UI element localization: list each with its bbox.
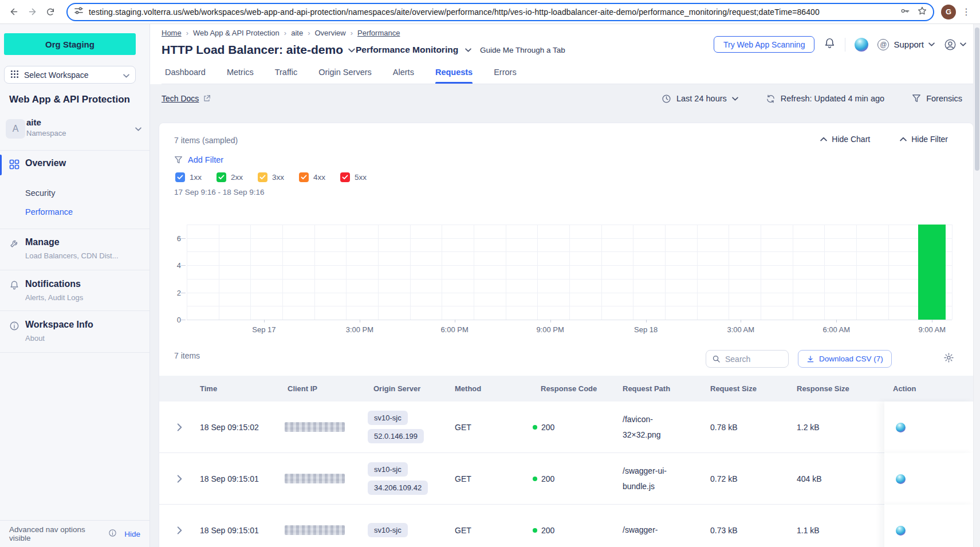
cell-action[interactable] [884, 505, 974, 547]
cell-action[interactable] [884, 402, 974, 453]
refresh-button[interactable]: Refresh: Updated 4 min ago [766, 94, 884, 104]
column-header-client-ip[interactable]: Client IP [285, 384, 371, 393]
view-selector[interactable]: Performance Monitoring [356, 45, 471, 55]
row-expand-chevron-icon[interactable] [159, 505, 200, 547]
hide-chart-button[interactable]: Hide Chart [820, 135, 870, 144]
browser-profile-avatar[interactable]: G [941, 5, 956, 19]
notifications-bell-icon[interactable] [824, 37, 836, 52]
sidebar-item-overview-label[interactable]: Overview [25, 158, 66, 168]
action-sphere-icon[interactable] [896, 474, 906, 484]
breadcrumb-item[interactable]: Performance [357, 29, 400, 37]
tab-requests[interactable]: Requests [435, 68, 473, 84]
column-header-request-path[interactable]: Request Path [623, 384, 710, 393]
column-header-response-code[interactable]: Response Code [533, 384, 623, 393]
view-selector-label: Performance Monitoring [356, 45, 458, 55]
info-icon [108, 529, 117, 539]
row-expand-chevron-icon[interactable] [159, 402, 200, 453]
chevron-down-icon[interactable] [348, 45, 355, 55]
external-link-icon [203, 95, 211, 103]
table-row[interactable]: 18 Sep 09:15:01sv10-sjc34.206.109.42GET2… [159, 453, 973, 505]
checkbox-1xx[interactable] [175, 172, 185, 182]
add-filter-button[interactable]: Add Filter [174, 155, 223, 164]
cell-action[interactable] [884, 453, 974, 505]
url-text[interactable]: testing.staging.volterra.us/web/workspac… [89, 7, 893, 17]
table-row[interactable]: 18 Sep 09:15:01sv10-sjcGET200/swagger-0.… [159, 505, 973, 547]
url-bar[interactable]: testing.staging.volterra.us/web/workspac… [66, 3, 934, 21]
cell-origin-server: sv10-sjc34.206.109.42 [371, 453, 455, 505]
action-sphere-icon[interactable] [896, 526, 906, 536]
forward-icon[interactable] [24, 4, 40, 20]
tab-errors[interactable]: Errors [494, 68, 516, 84]
account-menu[interactable] [944, 38, 966, 51]
sidebar-item-security[interactable]: Security [25, 188, 55, 198]
status-filter-3xx[interactable]: 3xx [258, 172, 284, 182]
y-axis-tick: 6 [164, 234, 181, 243]
table-header: TimeClient IPOrigin ServerMethodResponse… [159, 376, 973, 402]
column-header-time[interactable]: Time [200, 384, 285, 393]
breadcrumb-item[interactable]: aite [291, 29, 303, 37]
action-sphere-icon[interactable] [896, 423, 906, 432]
tab-metrics[interactable]: Metrics [227, 68, 254, 84]
breadcrumb-item[interactable]: Overview [314, 29, 345, 37]
table-row[interactable]: 18 Sep 09:15:02sv10-sjc52.0.146.199GET20… [159, 402, 973, 453]
time-range-selector[interactable]: Last 24 hours [662, 94, 738, 104]
tab-traffic[interactable]: Traffic [275, 68, 297, 84]
column-header-origin-server[interactable]: Origin Server [371, 384, 455, 393]
guide-me-link[interactable]: Guide Me Through a Tab [480, 46, 565, 54]
status-dot [533, 425, 537, 430]
cell-request-size: 0.78 kB [710, 402, 797, 453]
chart-bar-2xx[interactable] [918, 225, 946, 320]
browser-menu-icon[interactable]: ⋮ [958, 6, 974, 17]
breadcrumb-item[interactable]: Web App & API Protection [193, 29, 280, 37]
status-filter-4xx[interactable]: 4xx [299, 172, 325, 182]
table-settings-gear-icon[interactable] [943, 352, 954, 365]
hide-advanced-nav-link[interactable]: Hide [124, 530, 140, 538]
column-header-request-size[interactable]: Request Size [710, 384, 797, 393]
namespace-selector[interactable]: A aite Namespace [0, 117, 149, 149]
sidebar-item-notifications-label[interactable]: Notifications [25, 279, 81, 289]
breadcrumb-item[interactable]: Home [162, 29, 182, 37]
sidebar-item-workspace-info-label[interactable]: Workspace Info [25, 320, 93, 330]
page-scrollbar[interactable] [973, 24, 980, 547]
tab-origin-servers[interactable]: Origin Servers [318, 68, 372, 84]
tab-alerts[interactable]: Alerts [393, 68, 414, 84]
cell-request-path: /favicon-32×32.png [623, 402, 710, 453]
password-key-icon[interactable] [900, 6, 910, 18]
checkbox-4xx[interactable] [299, 172, 309, 182]
status-filter-2xx[interactable]: 2xx [217, 172, 243, 182]
row-expand-chevron-icon[interactable] [159, 453, 200, 505]
hide-filter-button[interactable]: Hide Filter [900, 135, 948, 144]
workspace-selector-label: Select Workspace [24, 70, 89, 80]
forensics-button[interactable]: Forensics [912, 94, 962, 103]
cell-method: GET [455, 402, 533, 453]
search-input[interactable] [725, 355, 782, 364]
table-search[interactable] [706, 350, 789, 368]
column-header-action[interactable]: Action [884, 384, 974, 393]
status-filter-5xx[interactable]: 5xx [340, 172, 367, 182]
tenant-sphere-icon[interactable] [855, 38, 868, 52]
sidebar-item-manage-label[interactable]: Manage [25, 237, 60, 247]
table-body: 18 Sep 09:15:02sv10-sjc52.0.146.199GET20… [159, 402, 973, 547]
workspace-selector[interactable]: Select Workspace [4, 66, 136, 84]
checkbox-2xx[interactable] [217, 172, 226, 182]
column-header-method[interactable]: Method [455, 384, 533, 393]
tech-docs-link[interactable]: Tech Docs [162, 94, 211, 103]
site-settings-icon[interactable] [74, 6, 83, 17]
status-filter-1xx[interactable]: 1xx [175, 172, 202, 182]
tab-dashboard[interactable]: Dashboard [165, 68, 206, 84]
origin-server-tag: sv10-sjc [368, 523, 408, 537]
org-badge[interactable]: Org Staging [4, 33, 136, 55]
reload-icon[interactable] [42, 4, 58, 20]
table-items-count: 7 items [174, 351, 200, 360]
back-icon[interactable] [6, 4, 22, 20]
checkbox-5xx[interactable] [340, 172, 350, 182]
bookmark-star-icon[interactable] [917, 6, 927, 18]
toolbar: Tech Docs Last 24 hours Refresh: Updated… [162, 91, 962, 106]
column-header-response-size[interactable]: Response Size [797, 384, 884, 393]
try-web-app-scanning-button[interactable]: Try Web App Scanning [714, 36, 814, 53]
scrollbar-thumb[interactable] [975, 27, 979, 171]
checkbox-3xx[interactable] [258, 172, 267, 182]
download-csv-button[interactable]: Download CSV (7) [798, 350, 892, 368]
sidebar-item-performance[interactable]: Performance [25, 207, 73, 217]
support-menu[interactable]: @ Support [877, 39, 935, 50]
